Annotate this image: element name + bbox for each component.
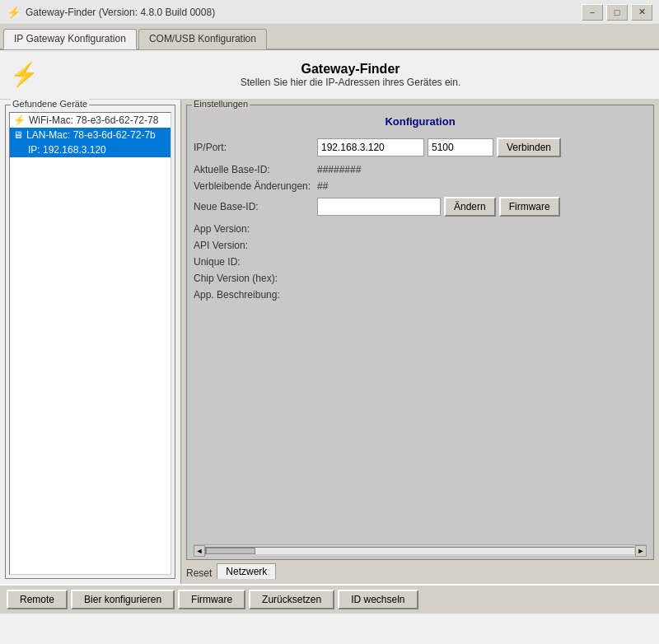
aktuelle-baseid-label: Aktuelle Base-ID:	[194, 164, 317, 175]
scroll-right-button[interactable]: ►	[635, 545, 647, 557]
ip-port-label: IP/Port:	[194, 142, 317, 153]
lan-icon: 🖥	[13, 129, 23, 141]
app-icon: ⚡	[7, 6, 21, 19]
horizontal-scrollbar[interactable]: ◄ ►	[194, 544, 647, 556]
title-bar-controls: − □ ✕	[582, 4, 652, 21]
einstellungen-label: Einstellungen	[192, 99, 250, 109]
found-devices-label: Gefundene Geräte	[11, 99, 89, 109]
window-title: Gateway-Finder (Version: 4.8.0 Build 000…	[26, 7, 215, 18]
firmware-button[interactable]: Firmware	[499, 197, 560, 217]
verbleibende-row: Verbleibende Änderungen: ##	[194, 180, 647, 192]
neue-baseid-row: Neue Base-ID: Ändern Firmware	[194, 197, 647, 217]
app-version-label: App Version:	[194, 223, 317, 235]
scroll-track	[205, 547, 635, 555]
neue-baseid-input[interactable]	[317, 198, 441, 216]
header-title: Gateway-Finder	[301, 62, 400, 77]
header-section: ⚡ Gateway-Finder Stellen Sie hier die IP…	[0, 50, 659, 100]
maximize-button[interactable]: □	[606, 4, 628, 21]
header-text: Gateway-Finder Stellen Sie hier die IP-A…	[52, 62, 649, 88]
firmware-action-button[interactable]: Firmware	[178, 590, 245, 609]
lightning-icon: ⚡	[10, 63, 39, 86]
tab-com-usb[interactable]: COM/USB Konfiguration	[138, 29, 267, 49]
device-ip[interactable]: IP: 192.168.3.120	[10, 142, 171, 157]
minimize-button[interactable]: −	[582, 4, 603, 21]
device-list: ⚡ WiFi-Mac: 78-e3-6d-62-72-78 🖥 LAN-Mac:…	[9, 112, 171, 575]
verbleibende-label: Verbleibende Änderungen:	[194, 180, 317, 192]
scroll-thumb[interactable]	[206, 548, 255, 554]
header-subtitle: Stellen Sie hier die IP-Adressen ihres G…	[241, 77, 460, 88]
title-bar-left: ⚡ Gateway-Finder (Version: 4.8.0 Build 0…	[7, 6, 215, 19]
app-version-row: App Version:	[194, 223, 647, 235]
netzwerk-tab[interactable]: Netzwerk	[217, 563, 276, 579]
left-panel: Gefundene Geräte ⚡ WiFi-Mac: 78-e3-6d-62…	[0, 100, 181, 584]
api-version-row: API Version:	[194, 240, 647, 251]
bottom-action-bar: Remote Bier konfigurieren Firmware Zurüc…	[0, 584, 659, 614]
chip-version-label: Chip Version (hex):	[194, 273, 317, 284]
app-beschreibung-label: App. Beschreibung:	[194, 289, 317, 301]
verbleibende-value: ##	[317, 180, 328, 192]
app-beschreibung-row: App. Beschreibung:	[194, 289, 647, 301]
zuruecksetzen-button[interactable]: Zurücksetzen	[249, 590, 334, 609]
verbinden-button[interactable]: Verbinden	[497, 138, 561, 157]
title-bar: ⚡ Gateway-Finder (Version: 4.8.0 Build 0…	[0, 0, 659, 25]
aktuelle-baseid-row: Aktuelle Base-ID: ########	[194, 164, 647, 175]
chip-version-row: Chip Version (hex):	[194, 273, 647, 284]
neue-baseid-label: Neue Base-ID:	[194, 201, 317, 212]
tab-bar: IP Gateway Konfiguration COM/USB Konfigu…	[0, 25, 659, 50]
port-input[interactable]	[428, 138, 493, 156]
scroll-left-button[interactable]: ◄	[194, 545, 205, 557]
konfiguration-title: Konfiguration	[194, 115, 647, 128]
aktuelle-baseid-value: ########	[317, 164, 361, 175]
main-content: Gefundene Geräte ⚡ WiFi-Mac: 78-e3-6d-62…	[0, 100, 659, 584]
ip-port-row: IP/Port: Verbinden	[194, 138, 647, 157]
unique-id-label: Unique ID:	[194, 256, 317, 268]
id-wechseln-button[interactable]: ID wechseln	[338, 590, 418, 609]
bier-konfigurieren-button[interactable]: Bier konfigurieren	[71, 590, 175, 609]
sub-tab-bar: Reset Netzwerk	[186, 560, 654, 579]
tab-ip-gateway[interactable]: IP Gateway Konfiguration	[3, 29, 137, 49]
unique-id-row: Unique ID:	[194, 256, 647, 268]
wifi-icon: ⚡	[13, 114, 26, 126]
close-button[interactable]: ✕	[631, 4, 652, 21]
remote-button[interactable]: Remote	[7, 590, 68, 609]
api-version-label: API Version:	[194, 240, 317, 251]
reset-label: Reset	[186, 567, 212, 579]
right-panel: Einstellungen Konfiguration IP/Port: Ver…	[181, 100, 659, 584]
device-wifi[interactable]: ⚡ WiFi-Mac: 78-e3-6d-62-72-78	[10, 113, 171, 128]
aendern-button[interactable]: Ändern	[444, 197, 496, 217]
ip-input[interactable]	[317, 138, 424, 156]
device-lan[interactable]: 🖥 LAN-Mac: 78-e3-6d-62-72-7b	[10, 128, 171, 142]
